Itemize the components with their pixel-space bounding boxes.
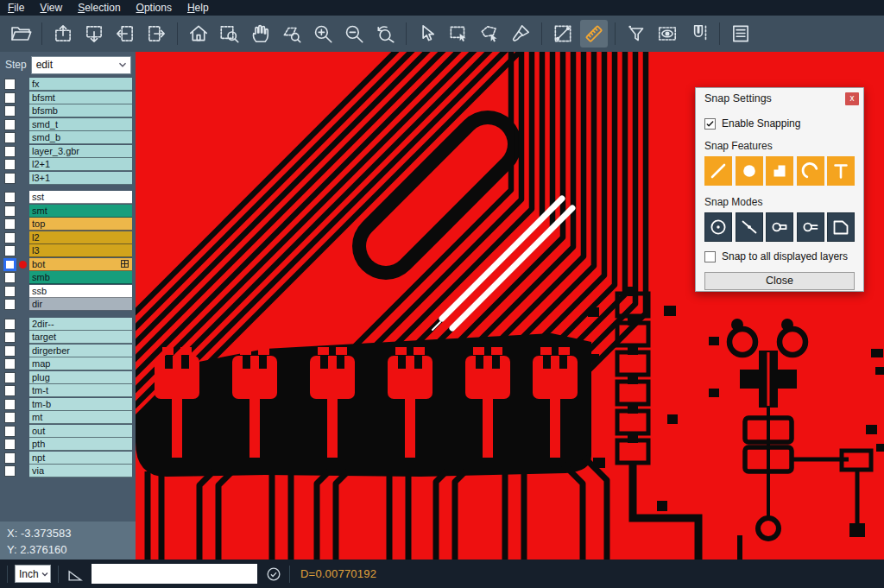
layer-visibility-checkbox[interactable] <box>4 159 16 170</box>
layer-visibility-checkbox[interactable] <box>4 218 16 230</box>
toolbar-button-pan-hand[interactable] <box>247 20 275 47</box>
layer-row-l3-1[interactable]: l3+1 <box>0 172 136 186</box>
layer-row-npt[interactable]: npt <box>0 452 136 465</box>
layer-row-smd-b[interactable]: smd_b <box>0 131 136 145</box>
layer-visibility-checkbox[interactable] <box>4 372 16 383</box>
toolbar-button-zoom-in[interactable] <box>309 20 337 47</box>
layer-row-smd-t[interactable]: smd_t <box>0 118 136 132</box>
layer-name[interactable]: fx <box>29 78 132 91</box>
close-icon[interactable]: x <box>845 92 859 105</box>
layer-visibility-checkbox[interactable] <box>4 173 16 184</box>
enable-snapping-row[interactable]: Enable Snapping <box>704 117 855 130</box>
layer-name[interactable]: target <box>29 331 132 344</box>
layer-name[interactable]: l3+1 <box>29 172 132 185</box>
toolbar-button-zoom-object[interactable] <box>278 20 306 47</box>
layer-row-ssb[interactable]: ssb <box>0 285 136 299</box>
layer-row-layer-3-gbr[interactable]: layer_3.gbr <box>0 145 136 159</box>
feature-button-line-snap[interactable] <box>704 156 732 186</box>
toolbar-button-ruler[interactable] <box>580 20 608 47</box>
layer-row-l2[interactable]: l2 <box>0 231 136 245</box>
layer-row-dirgerber[interactable]: dirgerber <box>0 345 136 358</box>
snap-all-layers-row[interactable]: Snap to all displayed layers <box>704 250 855 262</box>
mode-button-center-snap[interactable] <box>704 212 732 242</box>
layer-row-l2-1[interactable]: l2+1 <box>0 158 136 172</box>
layer-name[interactable]: npt <box>29 452 132 465</box>
menu-item-selection[interactable]: Selection <box>70 0 128 16</box>
layer-name[interactable]: bot <box>29 258 132 271</box>
layer-name[interactable]: pth <box>29 438 132 451</box>
layer-visibility-checkbox[interactable] <box>4 452 16 464</box>
layer-visibility-checkbox[interactable] <box>4 286 16 297</box>
menu-item-file[interactable]: File <box>0 0 32 16</box>
toolbar-button-view-options[interactable] <box>654 20 681 47</box>
toolbar-button-zoom-out[interactable] <box>340 20 368 47</box>
mode-button-slot-closed-snap[interactable] <box>766 212 793 242</box>
feature-button-surface-snap[interactable] <box>766 156 793 186</box>
layer-name[interactable]: top <box>29 218 132 231</box>
layer-visibility-checkbox[interactable] <box>4 205 16 217</box>
layer-row-smt[interactable]: smt <box>0 205 136 218</box>
layer-row-dir[interactable]: dir <box>0 298 136 312</box>
layer-visibility-checkbox[interactable] <box>4 399 16 410</box>
layer-row-l3[interactable]: l3 <box>0 244 136 258</box>
layer-row-tm-t[interactable]: tm-t <box>0 384 136 398</box>
mode-button-slot-open-snap[interactable] <box>797 212 824 242</box>
layer-name[interactable]: dirgerber <box>29 345 132 357</box>
layer-name[interactable]: out <box>29 425 132 438</box>
layer-visibility-checkbox[interactable] <box>4 319 16 330</box>
layer-row-top[interactable]: top <box>0 218 136 231</box>
layer-row-bfsmt[interactable]: bfsmt <box>0 92 136 105</box>
layer-name[interactable]: dir <box>29 298 132 311</box>
layer-row-bfsmb[interactable]: bfsmb <box>0 104 136 118</box>
layer-row-2dir-[interactable]: 2dir-- <box>0 318 136 332</box>
toolbar-button-view-right[interactable] <box>142 20 170 47</box>
layer-visibility-checkbox[interactable] <box>4 79 16 90</box>
layer-visibility-checkbox[interactable] <box>4 272 16 283</box>
layer-visibility-checkbox[interactable] <box>4 105 16 117</box>
enable-snapping-checkbox[interactable] <box>704 118 716 130</box>
toolbar-button-zoom-area[interactable] <box>216 20 243 47</box>
layer-row-target[interactable]: target <box>0 331 136 345</box>
layer-visibility-checkbox[interactable] <box>4 132 16 143</box>
layer-name[interactable]: smt <box>29 205 132 218</box>
layer-visibility-checkbox[interactable] <box>4 92 16 104</box>
feature-button-arc-snap[interactable] <box>797 156 824 186</box>
layer-row-out[interactable]: out <box>0 425 136 439</box>
mode-button-line-point-snap[interactable] <box>736 212 763 242</box>
layer-name[interactable]: 2dir-- <box>29 318 132 331</box>
layer-name[interactable]: sst <box>29 191 132 204</box>
layer-row-via[interactable]: via <box>0 465 136 478</box>
layer-visibility-checkbox[interactable] <box>4 412 16 423</box>
toolbar-button-zoom-previous[interactable] <box>371 20 399 47</box>
layer-visibility-checkbox[interactable] <box>4 345 16 357</box>
layer-name[interactable]: mt <box>29 411 132 424</box>
toolbar-button-view-left[interactable] <box>111 20 139 47</box>
menu-item-view[interactable]: View <box>32 0 70 16</box>
layer-visibility-checkbox[interactable] <box>4 259 16 270</box>
layer-visibility-checkbox[interactable] <box>4 385 16 396</box>
layer-visibility-checkbox[interactable] <box>4 426 16 437</box>
step-select[interactable]: edit <box>31 56 131 74</box>
menu-item-help[interactable]: Help <box>180 0 217 16</box>
toolbar-button-view-up[interactable] <box>49 20 77 47</box>
apply-check-icon[interactable] <box>265 566 282 583</box>
toolbar-button-view-down[interactable] <box>80 20 108 47</box>
layer-visibility-checkbox[interactable] <box>4 245 16 256</box>
feature-button-text-snap[interactable] <box>827 156 855 186</box>
layer-name[interactable]: tm-b <box>29 398 132 411</box>
layer-row-bot[interactable]: bot <box>0 258 136 272</box>
layer-name[interactable]: via <box>29 465 132 477</box>
layer-visibility-checkbox[interactable] <box>4 146 16 157</box>
layer-row-tm-b[interactable]: tm-b <box>0 398 136 412</box>
layer-row-pth[interactable]: pth <box>0 438 136 452</box>
layer-visibility-checkbox[interactable] <box>4 299 16 310</box>
layer-row-sst[interactable]: sst <box>0 191 136 205</box>
layer-visibility-checkbox[interactable] <box>4 332 16 343</box>
layer-row-smb[interactable]: smb <box>0 271 136 285</box>
layer-name[interactable]: layer_3.gbr <box>29 145 132 158</box>
layer-name[interactable]: l3 <box>29 244 132 257</box>
layer-visibility-checkbox[interactable] <box>4 119 16 130</box>
toolbar-button-select-rectangle[interactable] <box>445 20 472 47</box>
layer-name[interactable]: bfsmb <box>29 104 132 117</box>
layer-visibility-checkbox[interactable] <box>4 358 16 370</box>
